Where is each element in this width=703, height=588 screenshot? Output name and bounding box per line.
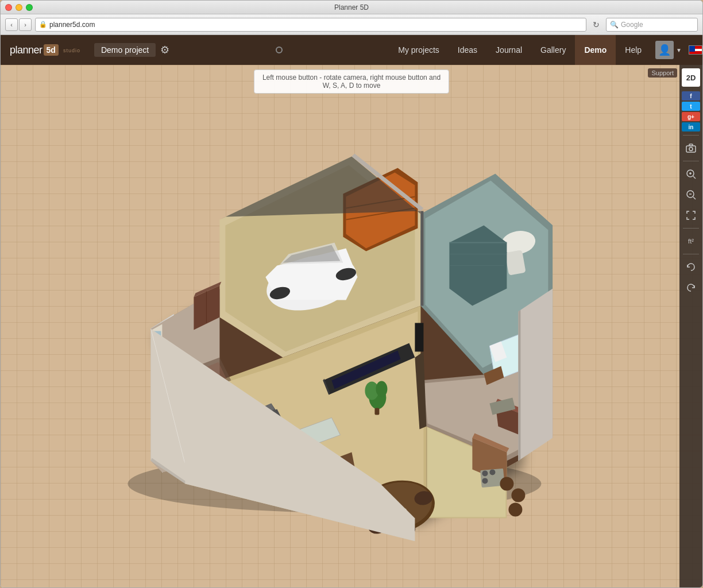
view-2d-button[interactable]: 2D bbox=[682, 68, 700, 87]
nav-gallery[interactable]: Gallery bbox=[531, 35, 575, 65]
user-avatar: 👤 bbox=[655, 41, 674, 59]
app-container: planner 5d studio Demo project ⚙ My proj… bbox=[1, 35, 702, 587]
fullscreen-button[interactable] bbox=[682, 206, 700, 225]
svg-rect-62 bbox=[374, 408, 379, 415]
browser-window-controls bbox=[5, 4, 33, 11]
sidebar-divider-3 bbox=[683, 228, 699, 229]
svg-rect-96 bbox=[689, 144, 693, 146]
svg-marker-90 bbox=[518, 288, 553, 461]
maximize-button[interactable] bbox=[26, 4, 33, 11]
svg-point-37 bbox=[482, 470, 488, 476]
nav-ideas[interactable]: Ideas bbox=[449, 35, 486, 65]
close-button[interactable] bbox=[5, 4, 12, 11]
svg-point-38 bbox=[489, 469, 495, 475]
svg-point-39 bbox=[482, 478, 488, 483]
sidebar-divider-1 bbox=[683, 135, 699, 136]
logo: planner 5d bbox=[10, 44, 59, 56]
twitter-share-button[interactable]: t bbox=[682, 102, 700, 111]
project-name[interactable]: Demo project bbox=[94, 43, 156, 57]
back-button[interactable]: ‹ bbox=[5, 18, 18, 31]
address-bar[interactable]: 🔒 planner5d.com bbox=[35, 18, 586, 32]
svg-point-95 bbox=[689, 148, 693, 151]
svg-marker-91 bbox=[518, 310, 520, 461]
nav-journal[interactable]: Journal bbox=[486, 35, 531, 65]
undo-button[interactable] bbox=[682, 258, 700, 276]
browser-frame: Planner 5D ‹ › 🔒 planner5d.com ↻ 🔍 Googl… bbox=[0, 0, 703, 588]
linkedin-share-button[interactable]: in bbox=[682, 122, 700, 131]
svg-point-43 bbox=[508, 502, 522, 516]
nav-help[interactable]: Help bbox=[616, 35, 651, 65]
svg-line-103 bbox=[693, 197, 696, 199]
svg-marker-86 bbox=[415, 323, 423, 351]
svg-line-100 bbox=[693, 176, 696, 179]
settings-gear-icon[interactable]: ⚙ bbox=[160, 44, 169, 56]
app-navbar: planner 5d studio Demo project ⚙ My proj… bbox=[1, 35, 702, 65]
project-name-area: Demo project ⚙ bbox=[94, 43, 169, 57]
tooltip-line2: W, S, A, D to move bbox=[262, 82, 441, 90]
tooltip-line1: Left mouse button - rotate camera, right… bbox=[262, 74, 441, 82]
url-text: planner5d.com bbox=[49, 21, 95, 29]
svg-point-42 bbox=[511, 488, 525, 502]
browser-title: Planner 5D bbox=[334, 3, 369, 11]
google-plus-share-button[interactable]: g+ bbox=[682, 112, 700, 121]
logo-planner-text: planner bbox=[10, 44, 43, 56]
logo-studio-text: studio bbox=[63, 48, 80, 53]
search-placeholder: Google bbox=[621, 21, 643, 29]
units-button[interactable]: ft² bbox=[682, 232, 700, 250]
nav-my-projects[interactable]: My projects bbox=[389, 35, 449, 65]
social-buttons: f t g+ in bbox=[682, 91, 700, 131]
support-button[interactable]: Support bbox=[648, 68, 677, 78]
user-menu[interactable]: 👤 ▼ bbox=[651, 41, 686, 59]
browser-nav-buttons: ‹ › bbox=[5, 18, 32, 31]
dot-indicator bbox=[276, 47, 283, 53]
user-dropdown-arrow: ▼ bbox=[676, 47, 682, 53]
tooltip-bar: Left mouse button - rotate camera, right… bbox=[254, 69, 449, 94]
browser-toolbar: ‹ › 🔒 planner5d.com ↻ 🔍 Google bbox=[1, 14, 702, 35]
floor-plan-3d bbox=[105, 127, 553, 541]
navbar-center bbox=[169, 47, 389, 53]
refresh-button[interactable]: ↻ bbox=[590, 18, 602, 31]
redo-button[interactable] bbox=[682, 278, 700, 297]
svg-marker-85 bbox=[420, 211, 423, 305]
language-flag-icon[interactable] bbox=[689, 45, 702, 55]
main-viewport[interactable]: Left mouse button - rotate camera, right… bbox=[1, 65, 702, 587]
logo-area: planner 5d studio bbox=[10, 44, 80, 56]
ssl-icon: 🔒 bbox=[39, 21, 47, 28]
browser-search-bar[interactable]: 🔍 Google bbox=[606, 18, 698, 32]
sidebar-divider-2 bbox=[683, 161, 699, 161]
browser-titlebar: Planner 5D bbox=[1, 1, 702, 14]
svg-rect-94 bbox=[686, 146, 696, 152]
zoom-out-button[interactable] bbox=[682, 185, 700, 204]
nav-demo[interactable]: Demo bbox=[575, 35, 616, 65]
navbar-right: My projects Ideas Journal Gallery Demo H… bbox=[389, 35, 702, 65]
right-sidebar: 2D f t g+ in bbox=[679, 65, 702, 587]
zoom-in-button[interactable] bbox=[682, 165, 700, 183]
svg-point-61 bbox=[376, 381, 387, 397]
search-icon: 🔍 bbox=[610, 21, 619, 29]
sidebar-divider-4 bbox=[683, 254, 699, 254]
facebook-share-button[interactable]: f bbox=[682, 91, 700, 100]
screenshot-button[interactable] bbox=[682, 139, 700, 157]
svg-point-41 bbox=[500, 477, 513, 490]
forward-button[interactable]: › bbox=[19, 18, 32, 31]
minimize-button[interactable] bbox=[16, 4, 22, 11]
logo-5d-text: 5d bbox=[44, 44, 59, 56]
